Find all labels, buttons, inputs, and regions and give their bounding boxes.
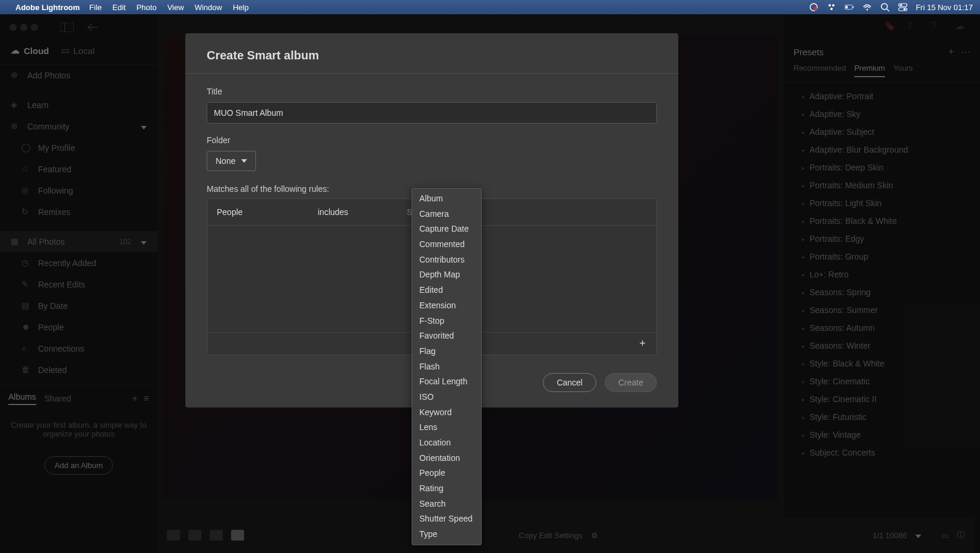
dropdown-item[interactable]: Search (412, 497, 481, 512)
dropdown-item[interactable]: Lens (412, 420, 481, 435)
dropdown-item[interactable]: Flash (412, 359, 481, 375)
spotlight-icon[interactable] (880, 2, 890, 12)
status-icon-2[interactable] (827, 2, 836, 12)
folder-label: Folder (207, 135, 657, 145)
create-button[interactable]: Create (605, 373, 657, 392)
svg-point-4 (830, 8, 833, 10)
dropdown-item[interactable]: Contributors (412, 252, 481, 268)
dialog-title: Create Smart album (185, 33, 678, 74)
svg-point-3 (832, 4, 834, 7)
dropdown-item[interactable]: Favorited (412, 328, 481, 344)
dropdown-item[interactable]: F-Stop (412, 314, 481, 329)
dropdown-item[interactable]: Commented (412, 237, 481, 252)
svg-point-9 (881, 4, 887, 10)
svg-rect-12 (899, 8, 907, 11)
folder-select-value: None (216, 156, 235, 166)
menu-help[interactable]: Help (233, 3, 249, 12)
dropdown-item[interactable]: Focal Length (412, 374, 481, 390)
rule-field-dropdown: Album Camera Capture Date Commented Cont… (412, 188, 482, 545)
dropdown-item[interactable]: Capture Date (412, 222, 481, 237)
folder-select[interactable]: None (207, 151, 256, 171)
dropdown-item[interactable]: Flag (412, 344, 481, 359)
svg-point-8 (867, 9, 868, 11)
dropdown-item[interactable]: Type (412, 527, 481, 542)
app-name[interactable]: Adobe Lightroom (15, 3, 80, 12)
svg-line-10 (887, 9, 889, 11)
menu-window[interactable]: Window (195, 3, 222, 12)
app-window: ☁ Cloud ▭ Local ⊕ Add Photos ◈ Learn ⊛ C… (0, 14, 980, 553)
svg-point-14 (903, 8, 906, 11)
dropdown-item[interactable]: Keyword (412, 405, 481, 421)
svg-rect-6 (853, 7, 853, 8)
cancel-button[interactable]: Cancel (543, 373, 596, 392)
dropdown-item[interactable]: Shutter Speed (412, 511, 481, 527)
control-center-icon[interactable] (898, 2, 908, 12)
menu-photo[interactable]: Photo (137, 3, 157, 12)
menu-view[interactable]: View (167, 3, 184, 12)
svg-point-2 (829, 4, 831, 7)
dropdown-item[interactable]: Edited (412, 283, 481, 298)
macos-menubar: Adobe Lightroom File Edit Photo View Win… (0, 0, 980, 14)
chevron-down-icon (241, 159, 247, 163)
dropdown-item[interactable]: Rating (412, 481, 481, 497)
dropdown-item[interactable]: People (412, 466, 481, 481)
battery-icon[interactable] (845, 2, 854, 12)
album-title-input[interactable] (207, 102, 657, 124)
dropdown-item[interactable]: Camera (412, 207, 481, 222)
dropdown-item[interactable]: Album (412, 191, 481, 207)
svg-rect-7 (845, 6, 848, 8)
menu-file[interactable]: File (89, 3, 102, 12)
dropdown-item[interactable]: Location (412, 435, 481, 451)
dropdown-item[interactable]: Orientation (412, 451, 481, 466)
rule-field-select[interactable]: People (217, 207, 276, 217)
dropdown-item[interactable]: ISO (412, 390, 481, 405)
dropdown-item[interactable]: Depth Map (412, 267, 481, 283)
svg-point-13 (900, 4, 902, 7)
menu-edit[interactable]: Edit (112, 3, 125, 12)
title-label: Title (207, 87, 657, 96)
menubar-clock[interactable]: Fri 15 Nov 01:17 (916, 3, 973, 12)
svg-point-1 (814, 7, 817, 11)
add-rule-button[interactable]: + (636, 337, 649, 350)
rule-operator-select[interactable]: includes (318, 207, 365, 217)
svg-rect-11 (899, 4, 907, 7)
wifi-icon[interactable] (862, 2, 872, 12)
dropdown-item[interactable]: Extension (412, 298, 481, 314)
status-icon-1[interactable] (809, 2, 818, 12)
